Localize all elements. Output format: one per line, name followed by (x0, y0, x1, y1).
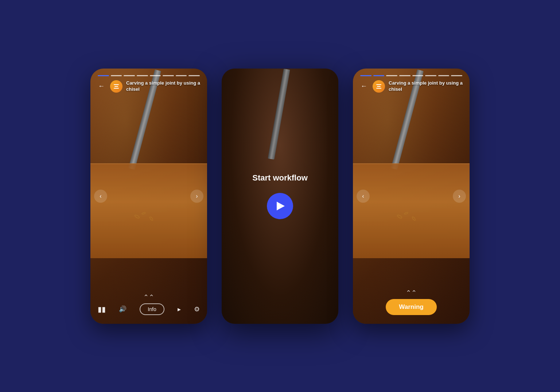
progress-rseg-0 (360, 75, 372, 76)
avatar-right (373, 80, 385, 93)
progress-seg-1 (111, 75, 122, 76)
header-right: ← Carving a simple joint by using a chis… (359, 80, 464, 93)
back-button-left[interactable]: ← (96, 81, 106, 92)
volume-icon-left[interactable]: 🔊 (119, 305, 127, 313)
progress-seg-3 (137, 75, 148, 76)
header-left: ← Carving a simple joint by using a chis… (96, 80, 201, 93)
progress-seg-4 (150, 75, 161, 76)
play-triangle-icon (277, 202, 285, 210)
progress-bar-left (98, 75, 200, 76)
avatar-line-r (377, 86, 381, 87)
progress-seg-7 (188, 75, 200, 76)
progress-rseg-4 (412, 75, 424, 76)
play-button[interactable] (267, 193, 293, 219)
progress-rseg-1 (373, 75, 385, 76)
progress-rseg-3 (399, 75, 411, 76)
phone-right: ← Carving a simple joint by using a chis… (353, 69, 470, 324)
controls-right: ⌃⌃ Warning (353, 290, 470, 324)
phone-center: Start workflow (222, 69, 338, 324)
start-workflow-label: Start workflow (252, 173, 308, 183)
nav-arrow-right-left[interactable]: ‹ (357, 190, 370, 203)
avatar-line (114, 84, 119, 85)
pause-icon-left[interactable]: ▮▮ (98, 305, 106, 314)
progress-rseg-6 (438, 75, 450, 76)
progress-rseg-2 (386, 75, 397, 76)
avatar-line (114, 86, 118, 87)
wood-surface-left (90, 163, 207, 258)
warning-button[interactable]: Warning (386, 299, 437, 315)
wood-surface-right (353, 163, 470, 258)
chat-icon-left[interactable]: ▸ (178, 305, 181, 313)
info-button[interactable]: Info (140, 303, 164, 315)
nav-arrow-right-right[interactable]: › (453, 190, 466, 203)
progress-seg-6 (176, 75, 187, 76)
progress-seg-5 (163, 75, 174, 76)
avatar-left (110, 80, 122, 93)
chevron-up-left: ⌃⌃ (143, 294, 154, 300)
progress-seg-0 (98, 75, 109, 76)
progress-seg-2 (124, 75, 135, 76)
progress-bar-right (360, 75, 462, 76)
progress-rseg-5 (425, 75, 436, 76)
avatar-line (114, 88, 119, 89)
nav-arrow-left-left[interactable]: ‹ (94, 190, 107, 203)
back-button-right[interactable]: ← (359, 81, 369, 92)
nav-arrow-left-right[interactable]: › (190, 190, 203, 203)
settings-icon-left[interactable]: ⚙ (194, 305, 200, 313)
controls-left: ⌃⌃ ▮▮ 🔊 Info ▸ ⚙ (90, 294, 207, 324)
phone-left: ← Carving a simple joint by using a chis… (90, 69, 207, 324)
header-title-right: Carving a simple joint by using a chisel (389, 80, 464, 93)
control-bar-left: ▮▮ 🔊 Info ▸ ⚙ (96, 303, 201, 315)
chevron-up-right: ⌃⌃ (406, 290, 417, 296)
avatar-lines-r (376, 84, 381, 89)
avatar-line-r (376, 88, 381, 89)
header-title-left: Carving a simple joint by using a chisel (126, 80, 201, 93)
avatar-lines (114, 84, 119, 89)
avatar-line-r (376, 84, 381, 85)
progress-rseg-7 (451, 75, 462, 76)
